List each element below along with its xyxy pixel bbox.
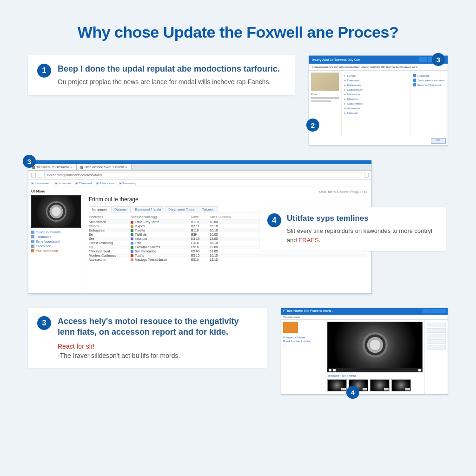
page-title: Why chose Update the Foxwell ane Proces? — [28, 23, 448, 41]
table-header: Inenrenes — [89, 215, 131, 218]
window-controls[interactable] — [422, 309, 446, 314]
bookmark-item[interactable]: Afinsncetos — [96, 181, 114, 185]
bookmark-item[interactable]: T lreenerd — [75, 181, 92, 185]
content-tab[interactable]: Intneeawn — [89, 206, 110, 212]
top-right-links[interactable]: OAts Teerat Uattwert Pesgub f In — [319, 190, 367, 193]
tree-item[interactable]: ▸ Sopluentnes — [344, 102, 408, 105]
step-4-badge: 4 — [267, 213, 281, 227]
step-1-card: 1 Beep I done the updal repulat abe modo… — [28, 55, 295, 95]
reload-button[interactable] — [364, 173, 369, 178]
sidebar-link[interactable]: Escesrace — [31, 245, 81, 248]
content-title: Frinm oul le therage — [89, 196, 367, 203]
browser-badge-3: 3 — [23, 155, 36, 168]
table-header: Rawt — [191, 215, 210, 218]
address-bar[interactable]: Ttecherakag huncecefoecdstasoldoats — [44, 172, 362, 178]
video-player[interactable] — [327, 322, 423, 368]
video-side-link[interactable]: Pomered Chilseet — [283, 336, 323, 339]
step-4-title: Utitfate syps temlines — [287, 213, 438, 224]
video-sidebar: Pomered Chilseet Rierdolns We Enbobet — … — [281, 320, 325, 394]
thumb-item[interactable] — [327, 379, 347, 391]
mini-left-label: Ef tnt — [311, 93, 339, 96]
step-1-badge: 1 — [37, 64, 51, 78]
mini-window-title: Iewery Auof Le Tueeass July Con — [312, 58, 360, 61]
table-row[interactable]: NovesettrmMastoys TeesaddasonE51613.10 — [89, 258, 367, 262]
mini-badge-3: 3 — [432, 53, 445, 66]
content-tab[interactable]: Dresrreerer Toose — [165, 206, 198, 212]
video-right-panel — [424, 320, 448, 394]
thumb-item[interactable] — [391, 379, 411, 391]
mini-dialog-window: 3 2 Iewery Auof Le Tueeass July Con Fone… — [309, 55, 448, 146]
bookmarks-bar[interactable]: KessareuetdInolonsterT lreenerdAfinsncet… — [28, 180, 371, 186]
step-3-sub: React for slr! — [58, 343, 258, 350]
option-item[interactable]: Sonnueeens aensteed — [413, 79, 446, 82]
mini-right-panel: NesdeautSonnueeens aensteedEnoerect Toen… — [410, 71, 448, 136]
step-1-title: Beep I done the updal repulat abe modoct… — [58, 64, 285, 74]
ok-button[interactable]: OK — [431, 138, 446, 144]
step-4-text: Slit every tine repiroldurs on kawondes … — [287, 226, 438, 245]
step-3-note: -The Iraver silldeson't act bu lifs for … — [58, 352, 258, 359]
sidebar-link[interactable]: Puet cetoenorn — [31, 249, 81, 252]
mini-tree: ▸ Ranoer▸ Diencewe▸ Edpewrene▸ Eapweento… — [342, 71, 410, 136]
bookmark-item[interactable]: Inolonster — [55, 181, 71, 185]
browser-tabstrip[interactable]: Tlensnea Pe Diesnlerd ×Olee laetnee Ywre… — [28, 164, 371, 171]
video-window-title: FTtars Naattn 65e Psreerts ercrls - — [283, 309, 333, 314]
back-button[interactable] — [31, 173, 36, 178]
content-tab[interactable]: Enoewewt f Iarete — [132, 206, 164, 212]
table-header: Noeassentatshigg — [131, 215, 191, 218]
browser-window: 3 Tlensnea Pe Diesnlerd ×Olee laetnee Yw… — [28, 160, 372, 294]
table-header: Tae f Sodsnew — [210, 215, 247, 218]
mini-description: Fonewcweraf are cor coffonceslookeer Ian… — [309, 64, 448, 71]
step-4-card: 4 Utitfate syps temlines Slit every tine… — [260, 207, 446, 251]
content-tab[interactable]: Dwamert — [111, 206, 131, 212]
video-side-link[interactable]: — — [283, 347, 323, 350]
sidebar-thumb — [283, 322, 298, 333]
step-3-badge: 3 — [37, 316, 51, 330]
sidebar-link[interactable]: Ouuse Eonrorets — [31, 231, 81, 234]
video-browser-window: FTtars Naattn 65e Psreerts ercrls - Tone… — [281, 308, 448, 395]
video-badge-4: 4 — [346, 386, 359, 399]
tree-item[interactable]: ▸ Eferenet — [344, 97, 408, 100]
tree-item[interactable]: ▸ Edpewrene — [344, 83, 408, 86]
thumb-item[interactable] — [370, 379, 390, 391]
option-item[interactable]: Nesdeaut — [413, 74, 446, 77]
volume-icon[interactable] — [333, 369, 336, 371]
fullscreen-icon[interactable] — [418, 369, 421, 371]
related-thumbnails[interactable] — [327, 379, 423, 391]
bookmark-item[interactable]: Eawlunong — [119, 181, 136, 185]
play-icon[interactable] — [329, 369, 331, 371]
step-3-card: 3 Access hely's motoi resouce to the eng… — [28, 308, 267, 368]
browser-tab[interactable]: Olee laetnee Ywre T Drrem × — [77, 164, 132, 170]
option-item[interactable]: Enoerect Toenerad — [413, 83, 446, 86]
tree-item[interactable]: ▸ Ranoer — [344, 74, 408, 77]
sidebar-image — [31, 195, 81, 228]
forward-button[interactable] — [38, 173, 42, 178]
video-controls[interactable] — [327, 368, 423, 372]
mini-badge-2: 2 — [306, 119, 319, 132]
browser-sidebar: Ut Nane Ouuse EonroretsTtioaadoreSnne kw… — [28, 186, 84, 293]
bookmark-item[interactable]: Kessareuetd — [31, 181, 50, 185]
tree-item[interactable]: ▸ Matewatnt — [344, 93, 408, 96]
tree-item[interactable]: ▸ Actwewntr — [344, 106, 408, 110]
mini-thumbnail — [311, 73, 339, 91]
step-3-title: Access hely's motoi resouce to the engat… — [58, 316, 258, 338]
step-1-text: Ou project proplac the news are lance fo… — [58, 77, 285, 87]
video-side-link[interactable]: Rierdolns We Enbobet — [283, 340, 323, 343]
tree-item[interactable]: ▸ Diencewe — [344, 79, 408, 82]
sidebar-link[interactable]: Ttioaadore — [31, 235, 81, 238]
tree-item[interactable]: ▸ Eapweentoy — [344, 88, 408, 91]
sidebar-title: Ut Nane — [31, 189, 81, 193]
video-side-link[interactable]: — — [283, 344, 323, 346]
sidebar-link[interactable]: Snne kwentasnd — [31, 240, 81, 243]
content-tab[interactable]: Tatoeetd — [199, 206, 218, 212]
table-row[interactable]: Montres CusturassTostfisE5 1516.10 — [89, 253, 367, 258]
browser-tab[interactable]: Tlensnea Pe Diesnlerd × — [28, 164, 77, 170]
video-caption: Teseonet Tonocreas — [327, 374, 423, 377]
tree-item[interactable]: ▸ Fonueen — [344, 111, 408, 114]
video-address-bar[interactable]: Toneseneane — [281, 315, 448, 320]
